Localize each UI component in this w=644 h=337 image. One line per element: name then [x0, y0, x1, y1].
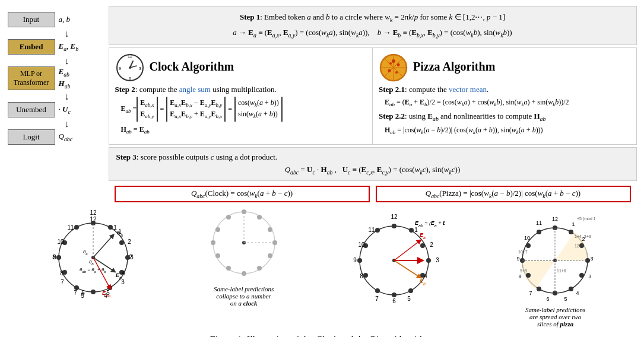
svg-point-68 — [268, 253, 272, 258]
svg-text:7: 7 — [376, 295, 379, 302]
svg-text:12: 12 — [128, 54, 132, 58]
svg-text:3: 3 — [139, 66, 141, 71]
svg-point-91 — [375, 228, 380, 233]
svg-point-66 — [268, 227, 272, 232]
svg-point-74 — [215, 227, 220, 232]
svg-text:10+7: 10+7 — [518, 250, 528, 254]
flow-arrow-3: ↓ — [43, 92, 91, 101]
svg-text:+5 (mod 12): +5 (mod 12) — [577, 217, 595, 221]
svg-point-13 — [392, 59, 395, 63]
flow-arrow-4: ↓ — [43, 119, 91, 129]
flow-row-input: Input a, b — [8, 12, 103, 27]
svg-text:5: 5 — [106, 290, 110, 296]
pizza-section: Pizza Algorithm Step 2.1: compute the ve… — [373, 47, 637, 144]
svg-text:11: 11 — [536, 220, 542, 226]
flow-box-mlp: MLP orTransformer — [8, 66, 55, 90]
pizza-step21-label: Step 2.1: compute the vector mean. — [379, 85, 630, 94]
flow-label-embed: Ea, Eb — [59, 42, 79, 52]
flow-arrow-1: ↓ — [43, 29, 91, 39]
svg-text:1: 1 — [572, 221, 575, 227]
svg-point-81 — [409, 228, 414, 233]
svg-text:12: 12 — [552, 216, 558, 222]
flow-label-unembed: · Uc — [59, 104, 71, 115]
step3-text: Step 3: score possible outputs c using a… — [116, 151, 629, 163]
clock-formula2: Hab = Eab — [121, 124, 367, 136]
svg-point-71 — [226, 266, 231, 271]
svg-text:2: 2 — [128, 239, 131, 245]
step3-banner: Step 3: score possible outputs c using a… — [109, 147, 637, 182]
svg-text:9: 9 — [517, 256, 520, 262]
svg-text:11: 11 — [369, 227, 376, 233]
svg-text:9: 9 — [53, 254, 56, 260]
right-content: Step 1: Embed token a and b to a circle … — [109, 6, 637, 205]
svg-text:12+5: 12+5 — [575, 244, 584, 248]
pizza-formula2: Hab = |cos(wk(a − b)/2)| (cos(wk(a + b))… — [385, 125, 630, 137]
svg-point-75 — [226, 215, 231, 220]
main-container: Input a, b ↓ Embed Ea, Eb ↓ MLP orTransf… — [8, 6, 637, 337]
svg-text:7: 7 — [61, 279, 64, 285]
svg-point-69 — [257, 266, 262, 271]
clock-section: 12 3 6 9 Clock Algorithm Step 2: comput — [109, 47, 373, 144]
svg-text:6: 6 — [129, 77, 131, 81]
svg-point-16 — [395, 71, 398, 74]
svg-text:7: 7 — [74, 290, 77, 296]
clock-diagram-2-svg — [208, 207, 280, 284]
svg-text:4: 4 — [424, 273, 428, 279]
svg-point-123 — [537, 230, 541, 234]
flow-row-mlp: MLP orTransformer Eab Hab — [8, 66, 103, 90]
pizza-result-box: Qabc(Pizza) = |cos(wk(a − b)/2)| cos(wk(… — [376, 186, 631, 202]
diagram-clock-1: 12 1 2 3 4 5 7 8 — [49, 207, 138, 299]
diagrams-row: 12 1 2 3 4 5 7 8 — [8, 207, 637, 328]
flowchart: Input a, b ↓ Embed Ea, Eb ↓ MLP orTransf… — [8, 6, 103, 205]
svg-text:5: 5 — [408, 295, 411, 302]
svg-text:1: 1 — [415, 227, 418, 233]
flow-box-logit: Logit — [8, 129, 55, 145]
svg-point-15 — [388, 69, 391, 72]
svg-text:10: 10 — [359, 241, 366, 248]
flow-label-input: a, b — [59, 15, 71, 24]
flow-arrow-2: ↓ — [43, 56, 91, 66]
svg-text:3: 3 — [589, 274, 592, 279]
svg-text:8: 8 — [360, 273, 364, 279]
pizza-icon — [379, 53, 408, 82]
flow-label-logit: Qabc — [59, 132, 72, 142]
diagram-2-caption: Same-label predictionscollapse to a numb… — [214, 285, 274, 307]
svg-point-119 — [537, 287, 541, 291]
svg-point-14 — [397, 63, 400, 66]
svg-text:3: 3 — [436, 257, 440, 263]
clock-result-box: Qabc(Clock) = cos(wk(a + b − c)) — [115, 186, 370, 202]
svg-text:3: 3 — [130, 254, 134, 260]
flow-row-logit: Logit Qabc — [8, 129, 103, 145]
flow-box-input: Input — [8, 12, 55, 27]
svg-point-116 — [579, 273, 584, 278]
svg-point-34 — [91, 290, 96, 294]
svg-text:1+4, 2+3: 1+4, 2+3 — [575, 234, 591, 239]
svg-text:3: 3 — [591, 256, 594, 262]
result-row: Qabc(Clock) = cos(wk(a + b − c)) Qabc(Pi… — [109, 183, 637, 205]
svg-text:12: 12 — [90, 209, 97, 216]
clock-step2-label: Step 2: compute the angle sum using mult… — [115, 85, 367, 94]
svg-point-17 — [389, 62, 392, 65]
pizza-algo-title: Pizza Algorithm — [413, 60, 495, 74]
svg-text:1: 1 — [113, 224, 117, 231]
svg-point-83 — [426, 258, 431, 263]
svg-text:9+8: 9+8 — [520, 269, 527, 273]
clock-formula: Eab = Eab,x Eab,y = — [121, 97, 367, 136]
svg-point-72 — [215, 253, 220, 258]
clock-diagram-1-svg: 12 1 2 3 4 5 7 8 — [49, 207, 138, 299]
svg-point-82 — [420, 243, 425, 248]
diagram-pizza-caption: Same-label predictionsare spread over tw… — [525, 306, 585, 328]
svg-point-29 — [108, 225, 113, 230]
svg-point-87 — [375, 288, 380, 293]
svg-point-80 — [392, 224, 396, 228]
clock-icon: 12 3 6 9 — [115, 53, 145, 82]
svg-text:4: 4 — [122, 270, 125, 276]
svg-text:2: 2 — [430, 241, 434, 248]
flow-row-unembed: Unembed · Uc — [8, 102, 103, 117]
diagram-clock-3: Eab = (Ea + Eb)/2 Ea Eb 12 1 2 3 4 5 6 7… — [350, 207, 445, 305]
svg-point-39 — [74, 225, 79, 230]
svg-point-73 — [211, 240, 215, 245]
svg-text:9: 9 — [119, 66, 121, 71]
svg-text:8: 8 — [60, 270, 64, 276]
svg-text:5: 5 — [564, 296, 567, 302]
